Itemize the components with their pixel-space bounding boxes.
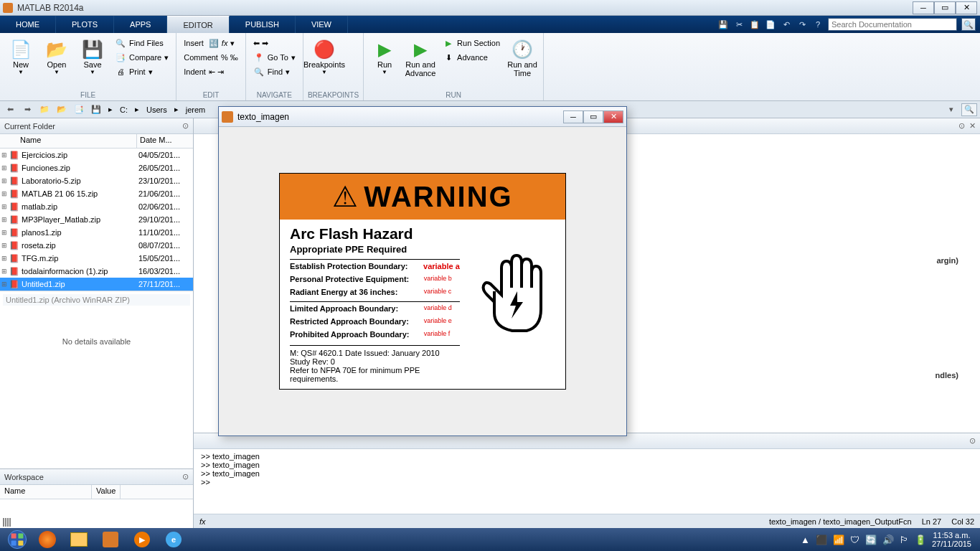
maximize-button[interactable]: ▭ — [934, 1, 956, 14]
expand-icon[interactable]: ⊞ — [0, 281, 9, 288]
search-documentation-input[interactable] — [828, 18, 957, 31]
save-button[interactable]: 💾Save▼ — [76, 36, 109, 78]
tab-plots[interactable]: PLOTS — [56, 16, 114, 33]
tray-sync-icon[interactable]: 🔄 — [865, 534, 877, 545]
find-files-button[interactable]: 🔍Find Files — [112, 36, 171, 50]
search-documentation-button[interactable]: 🔍 — [961, 18, 976, 31]
console-menu-icon[interactable]: ⊙ — [969, 436, 976, 446]
expand-icon[interactable]: ⊞ — [0, 229, 9, 236]
file-row[interactable]: ⊞📕MP3Player_Matlab.zip29/10/201... — [0, 213, 193, 226]
start-button[interactable] — [3, 529, 32, 550]
print-button[interactable]: 🖨Print ▾ — [112, 65, 171, 79]
open-button[interactable]: 📂Open▼ — [40, 36, 73, 78]
breakpoints-button[interactable]: 🔴Breakpoints▼ — [308, 36, 341, 78]
nav-arrows[interactable]: ⬅ ➡ — [250, 36, 298, 50]
expand-icon[interactable]: ⊞ — [0, 151, 9, 159]
expand-icon[interactable]: ⊞ — [0, 268, 9, 275]
run-time-button[interactable]: 🕐Run and Time — [506, 36, 539, 80]
tab-apps[interactable]: APPS — [114, 16, 167, 33]
close-button[interactable]: ✕ — [956, 1, 977, 14]
file-row[interactable]: ⊞📕Laboratorio-5.zip23/10/201... — [0, 174, 193, 187]
file-row[interactable]: ⊞📕MATLAB 21 06 15.zip21/06/201... — [0, 187, 193, 200]
find-button[interactable]: 🔍Find ▾ — [250, 65, 298, 79]
file-row[interactable]: ⊞📕matlab.zip02/06/201... — [0, 200, 193, 213]
quick-cut-icon[interactable]: ✂ — [733, 19, 745, 30]
nav-up-icon[interactable]: 📁 — [37, 103, 52, 116]
tray-clock[interactable]: 11:53 a.m. 27/11/2015 — [932, 531, 971, 548]
expand-icon[interactable]: ⊞ — [0, 164, 9, 171]
nav-disk-icon[interactable]: 💾 — [89, 103, 103, 116]
path-users[interactable]: Users — [144, 105, 169, 114]
command-window[interactable]: >> texto_imagen>> texto_imagen>> texto_i… — [194, 449, 980, 514]
quick-paste-icon[interactable]: 📄 — [765, 19, 776, 30]
path-drive[interactable]: C: — [118, 105, 130, 114]
tray-battery-icon[interactable]: 🔋 — [915, 534, 926, 545]
tab-publish[interactable]: PUBLISH — [230, 16, 296, 33]
tray-up-icon[interactable]: ▲ — [801, 534, 810, 545]
expand-icon[interactable]: ⊞ — [0, 190, 9, 197]
path-dropdown-icon[interactable]: ▾ — [944, 103, 958, 116]
nav-back-icon[interactable]: ⬅ — [3, 103, 17, 116]
quick-help-icon[interactable]: ? — [812, 19, 824, 30]
tab-editor[interactable]: EDITOR — [167, 16, 229, 33]
compare-button[interactable]: 📑Compare ▾ — [112, 50, 171, 65]
nav-fwd-icon[interactable]: ➡ — [20, 103, 34, 116]
insert-button[interactable]: Insert 🔣 fx ▾ — [181, 36, 241, 50]
comment-button[interactable]: Comment % ‰ — [181, 50, 241, 65]
file-row[interactable]: ⊞📕roseta.zip08/07/201... — [0, 239, 193, 252]
panel-menu-icon[interactable]: ⊙ — [182, 121, 189, 131]
new-button[interactable]: 📄New▼ — [4, 36, 37, 78]
ws-col-value[interactable]: Value — [92, 485, 121, 499]
figure-titlebar[interactable]: texto_imagen ─ ▭ ✕ — [219, 107, 626, 127]
run-button[interactable]: ▶Run▼ — [368, 36, 401, 78]
path-user[interactable]: jerem — [184, 105, 208, 114]
indent-button[interactable]: Indent ⇤ ⇥ — [181, 65, 241, 79]
path-search-icon[interactable]: 🔍 — [961, 103, 977, 116]
tab-home[interactable]: HOME — [0, 16, 56, 33]
file-row[interactable]: ⊞📕Funciones.zip26/05/201... — [0, 161, 193, 174]
figure-window[interactable]: texto_imagen ─ ▭ ✕ ⚠ WARNING Arc Flash H… — [218, 106, 627, 436]
quick-undo-icon[interactable]: ↶ — [781, 19, 792, 30]
figure-minimize-button[interactable]: ─ — [563, 110, 583, 123]
expand-icon[interactable]: ⊞ — [0, 255, 9, 262]
file-row[interactable]: ⊞📕Ejercicios.zip04/05/201... — [0, 149, 193, 161]
taskbar-explorer[interactable] — [64, 529, 94, 550]
quick-save-icon[interactable]: 💾 — [717, 19, 729, 30]
expand-icon[interactable]: ⊞ — [0, 216, 9, 223]
file-row[interactable]: ⊞📕Untitled1.zip27/11/201... — [0, 278, 193, 291]
run-advance-button[interactable]: ▶Run and Advance — [404, 36, 437, 80]
quick-copy-icon[interactable]: 📋 — [749, 19, 760, 30]
minimize-button[interactable]: ─ — [913, 1, 934, 14]
taskbar-ie[interactable]: e — [159, 529, 189, 550]
tray-app-icon[interactable]: ⬛ — [816, 534, 827, 545]
nav-folder-icon[interactable]: 📂 — [55, 103, 69, 116]
tray-volume-icon[interactable]: 🔊 — [882, 534, 894, 545]
file-row[interactable]: ⊞📕planos1.zip11/10/201... — [0, 226, 193, 239]
expand-icon[interactable]: ⊞ — [0, 177, 9, 184]
tab-view[interactable]: VIEW — [296, 16, 348, 33]
expand-icon[interactable]: ⊞ — [0, 242, 9, 249]
taskbar-firefox[interactable] — [32, 529, 62, 550]
panel-menu-icon[interactable]: ⊙ — [182, 472, 189, 481]
goto-button[interactable]: 📍Go To ▾ — [250, 50, 298, 65]
col-date[interactable]: Date M... — [137, 134, 193, 148]
taskbar-media[interactable]: ▶ — [127, 529, 157, 550]
tray-flag-icon[interactable]: 🏳 — [900, 534, 909, 545]
col-name[interactable]: Name — [17, 134, 137, 148]
tray-network-icon[interactable]: 📶 — [833, 534, 844, 545]
advance-button[interactable]: ⬇Advance — [440, 50, 503, 65]
taskbar-matlab[interactable] — [95, 529, 126, 550]
figure-close-button[interactable]: ✕ — [603, 110, 623, 123]
figure-maximize-button[interactable]: ▭ — [583, 110, 603, 123]
file-row[interactable]: ⊞📕TFG.m.zip15/05/201... — [0, 252, 193, 265]
file-row[interactable]: ⊞📕todalainformacion (1).zip16/03/201... — [0, 265, 193, 278]
run-section-button[interactable]: ▶Run Section — [440, 36, 503, 50]
tray-shield-icon[interactable]: 🛡 — [850, 534, 859, 545]
editor-close-icon[interactable]: ✕ — [969, 121, 976, 131]
expand-icon[interactable]: ⊞ — [0, 203, 9, 210]
warning-heading: WARNING — [364, 181, 512, 213]
nav-bookmark-icon[interactable]: 📑 — [72, 103, 86, 116]
ws-col-name[interactable]: Name — [0, 485, 92, 499]
editor-menu-icon[interactable]: ⊙ — [958, 121, 965, 131]
quick-redo-icon[interactable]: ↷ — [796, 19, 808, 30]
